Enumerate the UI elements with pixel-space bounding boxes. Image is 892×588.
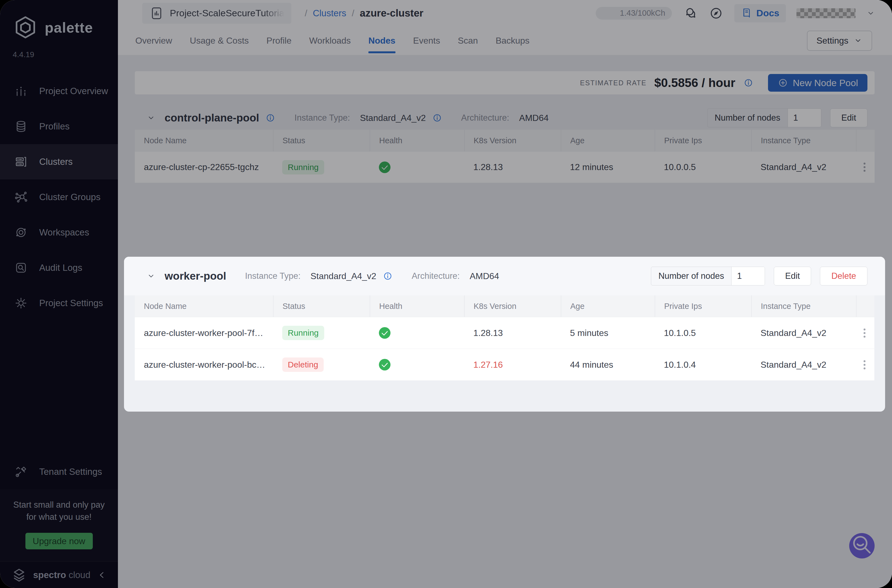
- instance-type-value: Standard_A4_v2: [311, 271, 376, 281]
- tab-usage-costs[interactable]: Usage & Costs: [190, 26, 249, 55]
- compass-icon[interactable]: [708, 6, 724, 21]
- gear-icon: [14, 297, 28, 310]
- sidebar-item-profiles[interactable]: Profiles: [0, 109, 118, 144]
- top-header: Project-ScaleSecureTutoria / Clusters / …: [118, 0, 892, 26]
- settings-button[interactable]: Settings: [807, 31, 872, 51]
- col-health: Health: [370, 130, 464, 151]
- node-instance-type: Standard_A4_v2: [751, 328, 856, 338]
- tab-events[interactable]: Events: [413, 26, 440, 55]
- new-node-pool-button[interactable]: New Node Pool: [768, 74, 867, 92]
- node-name: azure-cluster-worker-pool-bc…: [135, 360, 273, 370]
- sidebar-item-tenant-settings[interactable]: Tenant Settings: [0, 454, 118, 489]
- health-ok-icon: [379, 327, 390, 339]
- node-private-ip: 10.1.0.5: [655, 328, 751, 338]
- tab-scan[interactable]: Scan: [458, 26, 478, 55]
- table-header-row: Node Name Status Health K8s Version Age …: [135, 296, 874, 317]
- row-menu-kebab-icon[interactable]: [856, 328, 872, 338]
- nodes-content: ESTIMATED RATE $0.5856 / hour New Node P…: [118, 71, 892, 576]
- network-icon: [14, 190, 28, 204]
- tools-icon: [14, 465, 28, 478]
- row-menu-kebab-icon[interactable]: [856, 360, 872, 369]
- node-health: [370, 359, 464, 370]
- info-icon[interactable]: [265, 112, 276, 123]
- node-status: Running: [273, 160, 370, 174]
- docs-button[interactable]: Docs: [734, 4, 786, 22]
- delete-pool-button[interactable]: Delete: [820, 267, 867, 285]
- tab-profile[interactable]: Profile: [266, 26, 291, 55]
- breadcrumb-clusters-link[interactable]: Clusters: [313, 8, 346, 18]
- col-status: Status: [273, 296, 370, 317]
- new-node-pool-label: New Node Pool: [793, 78, 858, 88]
- col-instance-type: Instance Type: [751, 130, 856, 151]
- version-label: 4.4.19: [0, 41, 118, 59]
- sidebar-item-label: Workspaces: [39, 227, 89, 238]
- number-of-nodes-input[interactable]: [731, 267, 765, 285]
- collapse-pool-icon[interactable]: [146, 113, 156, 123]
- upgrade-now-button[interactable]: Upgrade now: [26, 533, 93, 549]
- brand: palette: [0, 0, 118, 41]
- tab-workloads[interactable]: Workloads: [309, 26, 351, 55]
- sidebar-item-clusters[interactable]: Clusters: [0, 144, 118, 179]
- layers-icon: [14, 120, 28, 133]
- node-private-ip: 10.1.0.4: [655, 360, 751, 370]
- palette-logo-icon: [12, 14, 39, 41]
- instance-type-label: Instance Type:: [294, 113, 350, 123]
- tab-overview[interactable]: Overview: [135, 26, 172, 55]
- info-icon[interactable]: [743, 78, 754, 88]
- control-plane-pool-header: control-plane-pool Instance Type: Standa…: [118, 106, 892, 130]
- sidebar-item-project-overview[interactable]: Project Overview: [0, 74, 118, 109]
- architecture-label: Architecture:: [461, 113, 509, 123]
- instance-type-label: Instance Type:: [245, 271, 300, 281]
- row-menu-kebab-icon[interactable]: [856, 163, 872, 172]
- status-badge: Running: [282, 160, 324, 174]
- sidebar-item-audit-logs[interactable]: Audit Logs: [0, 250, 118, 285]
- table-header-row: Node Name Status Health K8s Version Age …: [135, 130, 875, 151]
- server-icon: [14, 155, 28, 168]
- node-status: Running: [273, 326, 370, 340]
- breadcrumb-separator: /: [352, 8, 354, 18]
- number-of-nodes-control: Number of nodes: [707, 108, 821, 127]
- col-actions: [856, 296, 874, 317]
- sidebar-item-label: Project Settings: [39, 298, 103, 308]
- col-k8s-version: K8s Version: [464, 130, 561, 151]
- chevron-down-icon: [853, 36, 863, 45]
- table-row: azure-cluster-cp-22655-tgchz Running 1.2…: [135, 151, 875, 183]
- chat-icon[interactable]: [682, 6, 698, 21]
- bar-chart-icon: [14, 84, 28, 98]
- health-ok-icon: [379, 162, 390, 173]
- pool-name: control-plane-pool: [165, 112, 259, 124]
- chevron-down-icon[interactable]: [866, 9, 875, 18]
- promo-text: Start small and only pay for what you us…: [0, 499, 118, 523]
- col-age: Age: [561, 130, 655, 151]
- sidebar-item-label: Tenant Settings: [39, 466, 102, 477]
- sidebar-bottom: Tenant Settings Start small and only pay…: [0, 454, 118, 588]
- col-node-name: Node Name: [135, 130, 273, 151]
- edit-pool-button[interactable]: Edit: [830, 108, 867, 127]
- info-icon[interactable]: [432, 112, 442, 123]
- breadcrumb-separator: /: [305, 8, 307, 18]
- estimated-rate-label: ESTIMATED RATE: [580, 79, 646, 87]
- collapse-pool-icon[interactable]: [146, 272, 156, 281]
- tab-nodes[interactable]: Nodes: [368, 26, 395, 55]
- sidebar-item-project-settings[interactable]: Project Settings: [0, 285, 118, 321]
- number-of-nodes-input[interactable]: [788, 109, 821, 127]
- tab-backups[interactable]: Backups: [496, 26, 530, 55]
- sidebar-item-cluster-groups[interactable]: Cluster Groups: [0, 179, 118, 215]
- estimated-rate-value: $0.5856 / hour: [654, 76, 735, 90]
- col-health: Health: [370, 296, 464, 317]
- collapse-sidebar-icon[interactable]: [96, 570, 107, 580]
- node-k8s-version: 1.28.13: [464, 328, 561, 338]
- sidebar-item-label: Cluster Groups: [39, 192, 101, 202]
- node-k8s-version: 1.27.16: [464, 360, 561, 370]
- architecture-value: AMD64: [470, 271, 499, 281]
- sidebar-item-workspaces[interactable]: Workspaces: [0, 215, 118, 250]
- node-instance-type: Standard_A4_v2: [751, 360, 856, 370]
- footer-brand: spectro cloud: [33, 570, 90, 580]
- health-ok-icon: [379, 359, 390, 370]
- help-search-fab[interactable]: [849, 533, 875, 558]
- info-icon[interactable]: [383, 271, 393, 281]
- edit-pool-button[interactable]: Edit: [774, 267, 811, 285]
- project-selector[interactable]: Project-ScaleSecureTutoria: [142, 3, 291, 24]
- col-actions: [856, 130, 875, 151]
- rate-toolbar: ESTIMATED RATE $0.5856 / hour New Node P…: [135, 71, 875, 94]
